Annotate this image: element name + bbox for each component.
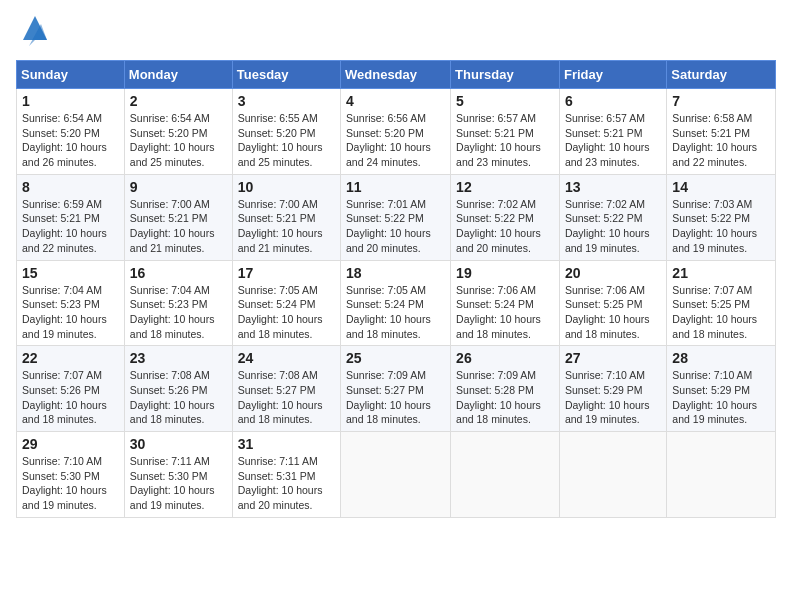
- day-number: 19: [456, 265, 554, 281]
- calendar-cell: 24 Sunrise: 7:08 AM Sunset: 5:27 PM Dayl…: [232, 346, 340, 432]
- day-number: 18: [346, 265, 445, 281]
- cell-content: Sunrise: 7:05 AM Sunset: 5:24 PM Dayligh…: [346, 283, 445, 342]
- calendar-cell: 2 Sunrise: 6:54 AM Sunset: 5:20 PM Dayli…: [124, 89, 232, 175]
- cell-content: Sunrise: 6:57 AM Sunset: 5:21 PM Dayligh…: [565, 111, 661, 170]
- cell-content: Sunrise: 7:01 AM Sunset: 5:22 PM Dayligh…: [346, 197, 445, 256]
- calendar-cell: 22 Sunrise: 7:07 AM Sunset: 5:26 PM Dayl…: [17, 346, 125, 432]
- cell-content: Sunrise: 7:11 AM Sunset: 5:31 PM Dayligh…: [238, 454, 335, 513]
- calendar-table: SundayMondayTuesdayWednesdayThursdayFrid…: [16, 60, 776, 518]
- day-number: 15: [22, 265, 119, 281]
- day-number: 22: [22, 350, 119, 366]
- calendar-cell: 16 Sunrise: 7:04 AM Sunset: 5:23 PM Dayl…: [124, 260, 232, 346]
- calendar-cell: 3 Sunrise: 6:55 AM Sunset: 5:20 PM Dayli…: [232, 89, 340, 175]
- weekday-header-sunday: Sunday: [17, 61, 125, 89]
- cell-content: Sunrise: 7:09 AM Sunset: 5:27 PM Dayligh…: [346, 368, 445, 427]
- day-number: 2: [130, 93, 227, 109]
- cell-content: Sunrise: 7:02 AM Sunset: 5:22 PM Dayligh…: [565, 197, 661, 256]
- calendar-cell: [451, 432, 560, 518]
- week-row-4: 22 Sunrise: 7:07 AM Sunset: 5:26 PM Dayl…: [17, 346, 776, 432]
- cell-content: Sunrise: 7:10 AM Sunset: 5:29 PM Dayligh…: [672, 368, 770, 427]
- day-number: 1: [22, 93, 119, 109]
- calendar-cell: 9 Sunrise: 7:00 AM Sunset: 5:21 PM Dayli…: [124, 174, 232, 260]
- day-number: 24: [238, 350, 335, 366]
- calendar-cell: 8 Sunrise: 6:59 AM Sunset: 5:21 PM Dayli…: [17, 174, 125, 260]
- calendar-cell: 7 Sunrise: 6:58 AM Sunset: 5:21 PM Dayli…: [667, 89, 776, 175]
- week-row-1: 1 Sunrise: 6:54 AM Sunset: 5:20 PM Dayli…: [17, 89, 776, 175]
- day-number: 30: [130, 436, 227, 452]
- cell-content: Sunrise: 7:03 AM Sunset: 5:22 PM Dayligh…: [672, 197, 770, 256]
- day-number: 5: [456, 93, 554, 109]
- cell-content: Sunrise: 6:54 AM Sunset: 5:20 PM Dayligh…: [130, 111, 227, 170]
- cell-content: Sunrise: 6:59 AM Sunset: 5:21 PM Dayligh…: [22, 197, 119, 256]
- cell-content: Sunrise: 7:02 AM Sunset: 5:22 PM Dayligh…: [456, 197, 554, 256]
- day-number: 4: [346, 93, 445, 109]
- calendar-cell: [667, 432, 776, 518]
- logo-icon: [19, 12, 51, 48]
- week-row-2: 8 Sunrise: 6:59 AM Sunset: 5:21 PM Dayli…: [17, 174, 776, 260]
- cell-content: Sunrise: 6:54 AM Sunset: 5:20 PM Dayligh…: [22, 111, 119, 170]
- calendar-cell: 6 Sunrise: 6:57 AM Sunset: 5:21 PM Dayli…: [559, 89, 666, 175]
- day-number: 8: [22, 179, 119, 195]
- day-number: 26: [456, 350, 554, 366]
- calendar-cell: 19 Sunrise: 7:06 AM Sunset: 5:24 PM Dayl…: [451, 260, 560, 346]
- calendar-cell: 30 Sunrise: 7:11 AM Sunset: 5:30 PM Dayl…: [124, 432, 232, 518]
- day-number: 21: [672, 265, 770, 281]
- week-row-3: 15 Sunrise: 7:04 AM Sunset: 5:23 PM Dayl…: [17, 260, 776, 346]
- day-number: 10: [238, 179, 335, 195]
- calendar-cell: 17 Sunrise: 7:05 AM Sunset: 5:24 PM Dayl…: [232, 260, 340, 346]
- cell-content: Sunrise: 7:08 AM Sunset: 5:27 PM Dayligh…: [238, 368, 335, 427]
- cell-content: Sunrise: 6:57 AM Sunset: 5:21 PM Dayligh…: [456, 111, 554, 170]
- day-number: 12: [456, 179, 554, 195]
- day-number: 7: [672, 93, 770, 109]
- weekday-header-thursday: Thursday: [451, 61, 560, 89]
- cell-content: Sunrise: 7:07 AM Sunset: 5:25 PM Dayligh…: [672, 283, 770, 342]
- calendar-cell: [341, 432, 451, 518]
- calendar-cell: 29 Sunrise: 7:10 AM Sunset: 5:30 PM Dayl…: [17, 432, 125, 518]
- calendar-cell: 26 Sunrise: 7:09 AM Sunset: 5:28 PM Dayl…: [451, 346, 560, 432]
- cell-content: Sunrise: 7:04 AM Sunset: 5:23 PM Dayligh…: [22, 283, 119, 342]
- calendar-cell: 25 Sunrise: 7:09 AM Sunset: 5:27 PM Dayl…: [341, 346, 451, 432]
- day-number: 20: [565, 265, 661, 281]
- day-number: 9: [130, 179, 227, 195]
- calendar-cell: 20 Sunrise: 7:06 AM Sunset: 5:25 PM Dayl…: [559, 260, 666, 346]
- cell-content: Sunrise: 7:10 AM Sunset: 5:29 PM Dayligh…: [565, 368, 661, 427]
- cell-content: Sunrise: 7:08 AM Sunset: 5:26 PM Dayligh…: [130, 368, 227, 427]
- day-number: 14: [672, 179, 770, 195]
- calendar-cell: 10 Sunrise: 7:00 AM Sunset: 5:21 PM Dayl…: [232, 174, 340, 260]
- calendar-cell: 11 Sunrise: 7:01 AM Sunset: 5:22 PM Dayl…: [341, 174, 451, 260]
- page-header: [16, 16, 776, 48]
- weekday-header-friday: Friday: [559, 61, 666, 89]
- cell-content: Sunrise: 7:07 AM Sunset: 5:26 PM Dayligh…: [22, 368, 119, 427]
- logo: [16, 16, 51, 48]
- day-number: 23: [130, 350, 227, 366]
- cell-content: Sunrise: 7:05 AM Sunset: 5:24 PM Dayligh…: [238, 283, 335, 342]
- weekday-header-row: SundayMondayTuesdayWednesdayThursdayFrid…: [17, 61, 776, 89]
- day-number: 13: [565, 179, 661, 195]
- day-number: 25: [346, 350, 445, 366]
- calendar-cell: 18 Sunrise: 7:05 AM Sunset: 5:24 PM Dayl…: [341, 260, 451, 346]
- cell-content: Sunrise: 7:10 AM Sunset: 5:30 PM Dayligh…: [22, 454, 119, 513]
- weekday-header-wednesday: Wednesday: [341, 61, 451, 89]
- calendar-cell: 23 Sunrise: 7:08 AM Sunset: 5:26 PM Dayl…: [124, 346, 232, 432]
- cell-content: Sunrise: 7:09 AM Sunset: 5:28 PM Dayligh…: [456, 368, 554, 427]
- cell-content: Sunrise: 7:06 AM Sunset: 5:25 PM Dayligh…: [565, 283, 661, 342]
- cell-content: Sunrise: 7:06 AM Sunset: 5:24 PM Dayligh…: [456, 283, 554, 342]
- cell-content: Sunrise: 7:04 AM Sunset: 5:23 PM Dayligh…: [130, 283, 227, 342]
- calendar-cell: 15 Sunrise: 7:04 AM Sunset: 5:23 PM Dayl…: [17, 260, 125, 346]
- day-number: 17: [238, 265, 335, 281]
- day-number: 6: [565, 93, 661, 109]
- calendar-cell: 1 Sunrise: 6:54 AM Sunset: 5:20 PM Dayli…: [17, 89, 125, 175]
- calendar-cell: 28 Sunrise: 7:10 AM Sunset: 5:29 PM Dayl…: [667, 346, 776, 432]
- cell-content: Sunrise: 7:11 AM Sunset: 5:30 PM Dayligh…: [130, 454, 227, 513]
- day-number: 11: [346, 179, 445, 195]
- day-number: 16: [130, 265, 227, 281]
- calendar-cell: 5 Sunrise: 6:57 AM Sunset: 5:21 PM Dayli…: [451, 89, 560, 175]
- cell-content: Sunrise: 7:00 AM Sunset: 5:21 PM Dayligh…: [238, 197, 335, 256]
- day-number: 27: [565, 350, 661, 366]
- calendar-cell: 14 Sunrise: 7:03 AM Sunset: 5:22 PM Dayl…: [667, 174, 776, 260]
- calendar-cell: 12 Sunrise: 7:02 AM Sunset: 5:22 PM Dayl…: [451, 174, 560, 260]
- calendar-cell: 31 Sunrise: 7:11 AM Sunset: 5:31 PM Dayl…: [232, 432, 340, 518]
- calendar-cell: 21 Sunrise: 7:07 AM Sunset: 5:25 PM Dayl…: [667, 260, 776, 346]
- calendar-cell: 27 Sunrise: 7:10 AM Sunset: 5:29 PM Dayl…: [559, 346, 666, 432]
- weekday-header-saturday: Saturday: [667, 61, 776, 89]
